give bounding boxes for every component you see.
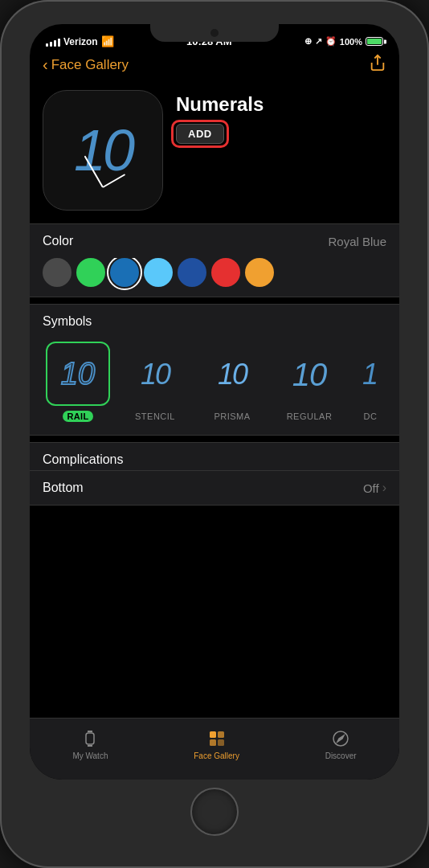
status-left: Verizon 📶: [46, 35, 114, 47]
color-swatch-3[interactable]: [110, 258, 139, 287]
discover-icon: [330, 728, 351, 749]
symbol-num-prisma: 10: [218, 360, 247, 389]
tab-face-gallery[interactable]: Face Gallery: [178, 725, 255, 764]
main-content: 10 Numerals ADD: [30, 82, 399, 718]
carrier-label: Verizon: [63, 36, 98, 47]
symbol-num-stencil: 10: [141, 360, 170, 389]
svg-marker-9: [337, 735, 344, 742]
share-button[interactable]: [369, 54, 386, 76]
symbol-item-rail[interactable]: 10 RAIL: [39, 342, 116, 422]
phone-notch: [150, 24, 279, 42]
symbol-preview-dc: 1: [354, 342, 386, 407]
symbol-item-dc[interactable]: 1 DC: [348, 342, 393, 421]
face-preview-section: 10 Numerals ADD: [30, 82, 399, 223]
complication-off-label: Off: [363, 481, 379, 495]
color-section: Color Royal Blue: [30, 223, 399, 297]
symbols-label: Symbols: [43, 314, 92, 328]
phone-frame: Verizon 📶 10:28 AM ⊕ ↗ ⏰ 100% ‹ Face Gal…: [0, 0, 429, 868]
complications-label: Complications: [43, 452, 123, 466]
complication-row-bottom[interactable]: Bottom Off ›: [30, 470, 399, 505]
direction-icon: ↗: [315, 36, 322, 47]
wifi-icon: 📶: [101, 35, 114, 47]
battery-fill: [367, 39, 382, 44]
watch-numeral-display: 10: [74, 121, 132, 179]
svg-rect-4: [210, 731, 216, 738]
symbol-num-dc: 1: [362, 360, 378, 389]
tab-discover[interactable]: Discover: [309, 725, 373, 764]
face-gallery-icon: [206, 728, 227, 749]
symbol-badge-rail: RAIL: [63, 411, 94, 422]
add-btn-highlight: [171, 120, 229, 148]
tab-discover-label: Discover: [325, 751, 357, 760]
svg-rect-1: [86, 733, 94, 744]
back-button[interactable]: ‹ Face Gallery: [43, 55, 129, 74]
color-value: Royal Blue: [328, 235, 386, 248]
chevron-right-icon: ›: [382, 481, 386, 495]
color-swatch-7[interactable]: [245, 258, 274, 287]
complication-value: Off ›: [363, 481, 386, 495]
back-chevron-icon: ‹: [43, 55, 48, 74]
location-icon: ⊕: [304, 36, 312, 47]
status-right: ⊕ ↗ ⏰ 100%: [304, 36, 383, 47]
symbols-row: 10 RAIL 10 STENCIL 10: [30, 335, 399, 435]
signal-bar-2: [50, 42, 52, 47]
svg-rect-6: [210, 739, 216, 746]
color-label: Color: [43, 234, 73, 248]
home-button[interactable]: [190, 788, 239, 836]
tab-my-watch[interactable]: My Watch: [56, 725, 124, 764]
color-swatches: [30, 258, 399, 297]
symbol-preview-stencil: 10: [123, 342, 187, 407]
symbol-item-prisma[interactable]: 10 PRISMA: [194, 342, 271, 421]
symbol-name-stencil: STENCIL: [135, 411, 175, 421]
color-swatch-5[interactable]: [178, 258, 206, 287]
bottom-spacer: [30, 512, 399, 528]
symbol-preview-prisma: 10: [200, 342, 264, 407]
back-label: Face Gallery: [51, 57, 129, 73]
tab-my-watch-label: My Watch: [72, 751, 108, 760]
color-row[interactable]: Color Royal Blue: [30, 224, 399, 258]
svg-rect-7: [218, 739, 224, 746]
alarm-icon: ⏰: [325, 36, 337, 47]
svg-rect-5: [218, 731, 224, 738]
symbols-header: Symbols: [30, 305, 399, 335]
symbol-item-stencil[interactable]: 10 STENCIL: [116, 342, 194, 421]
symbol-num-regular: 10: [292, 358, 327, 391]
complications-header: Complications: [30, 443, 399, 470]
symbol-num-rail: 10: [61, 358, 95, 389]
add-btn-wrapper: ADD: [176, 124, 224, 144]
signal-bar-1: [46, 43, 48, 47]
tab-face-gallery-label: Face Gallery: [194, 751, 239, 760]
signal-bar-4: [58, 39, 60, 47]
face-info: Numerals ADD: [176, 90, 386, 144]
watch-face-preview[interactable]: 10: [43, 90, 163, 211]
battery-icon: [366, 37, 383, 46]
color-swatch-6[interactable]: [211, 258, 240, 287]
watch-face-inner: 10: [43, 91, 162, 210]
complication-name: Bottom: [43, 481, 84, 495]
phone-screen: Verizon 📶 10:28 AM ⊕ ↗ ⏰ 100% ‹ Face Gal…: [30, 24, 399, 780]
color-swatch-2[interactable]: [76, 258, 105, 287]
symbol-preview-regular: 10: [277, 342, 341, 407]
symbol-item-regular[interactable]: 10 REGULAR: [271, 342, 348, 421]
color-swatch-1[interactable]: [43, 258, 72, 287]
symbol-preview-rail: 10: [46, 342, 110, 406]
battery-percent: 100%: [340, 37, 362, 47]
signal-bar-3: [54, 40, 56, 47]
notch-camera: [210, 29, 219, 37]
symbol-name-regular: REGULAR: [287, 411, 333, 421]
tab-bar: My Watch Face Gallery: [30, 718, 399, 780]
nav-bar: ‹ Face Gallery: [30, 51, 399, 82]
symbols-section: Symbols 10 RAIL 10 STE: [30, 304, 399, 436]
symbol-name-prisma: PRISMA: [214, 411, 250, 421]
complications-section: Complications Bottom Off ›: [30, 442, 399, 506]
face-title: Numerals: [176, 93, 386, 116]
signal-bars-icon: [46, 37, 60, 47]
color-swatch-4[interactable]: [144, 258, 173, 287]
my-watch-icon: [80, 728, 100, 749]
symbol-name-dc: DC: [364, 411, 378, 421]
